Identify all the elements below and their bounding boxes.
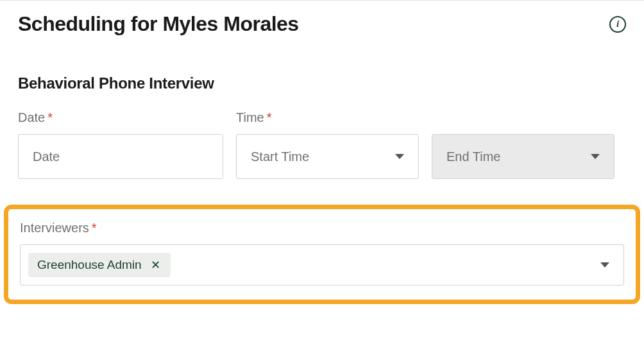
end-time-placeholder: End Time — [446, 149, 500, 164]
time-label: Time* — [236, 110, 626, 125]
required-mark: * — [47, 110, 53, 124]
interviewer-chip: Greenhouse Admin ✕ — [28, 253, 171, 277]
info-icon[interactable]: i — [609, 16, 626, 33]
page-title: Scheduling for Myles Morales — [18, 12, 299, 36]
interviewers-highlight: Interviewers* Greenhouse Admin ✕ — [4, 205, 640, 304]
close-icon[interactable]: ✕ — [149, 259, 162, 271]
section-title: Behavioral Phone Interview — [0, 36, 644, 92]
interviewers-label: Interviewers* — [20, 221, 624, 235]
chevron-down-icon — [591, 154, 600, 159]
date-input[interactable]: Date — [18, 134, 223, 179]
start-time-placeholder: Start Time — [251, 149, 309, 164]
start-time-select[interactable]: Start Time — [236, 134, 419, 179]
interviewer-chip-label: Greenhouse Admin — [37, 258, 142, 272]
date-placeholder: Date — [33, 149, 60, 164]
required-mark: * — [267, 110, 272, 124]
end-time-select[interactable]: End Time — [432, 134, 614, 179]
date-label: Date* — [18, 110, 223, 125]
interviewers-select[interactable]: Greenhouse Admin ✕ — [20, 244, 624, 285]
required-mark: * — [92, 221, 97, 235]
chevron-down-icon — [395, 154, 404, 159]
chevron-down-icon — [600, 262, 609, 268]
info-icon-glyph: i — [616, 19, 619, 29]
